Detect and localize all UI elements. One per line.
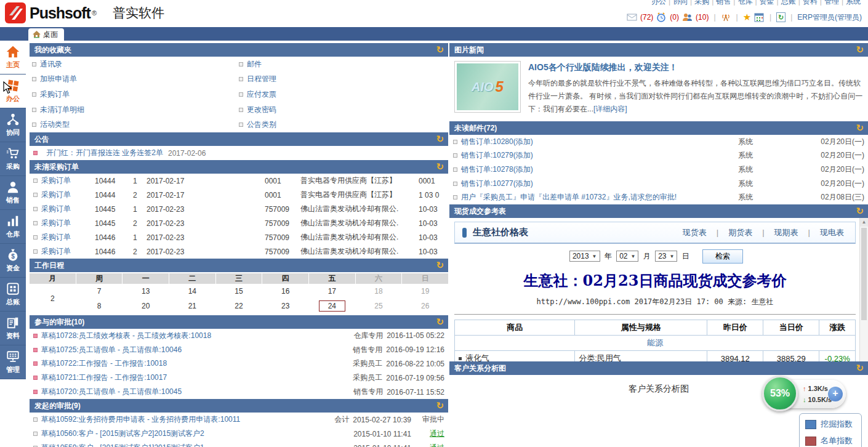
favorite-item[interactable]: 应付发票	[239, 89, 446, 100]
favorite-item[interactable]: 加班申请单	[32, 74, 239, 84]
refresh-icon[interactable]: ↻	[856, 121, 864, 135]
sidebar-item-ledger[interactable]: 总账	[0, 278, 26, 312]
top-nav-item[interactable]: 管理	[820, 0, 842, 7]
alarm-clock-icon[interactable]	[656, 12, 667, 22]
refresh-icon[interactable]: ↻	[436, 399, 444, 413]
mail-count[interactable]: (72)	[640, 13, 653, 22]
contacts-icon[interactable]	[682, 12, 693, 22]
scrollbar-thumb[interactable]	[861, 228, 867, 320]
refresh-icon[interactable]: ↻	[856, 204, 864, 218]
favorite-item[interactable]: 通讯录	[32, 59, 239, 70]
status-badge[interactable]: 通过	[417, 429, 444, 439]
scrollbar[interactable]: ▲	[859, 218, 868, 361]
calendar-week[interactable]: 8	[76, 299, 123, 313]
sidebar-item-purchase[interactable]: 采购	[0, 142, 26, 176]
price-widget-title[interactable]: 生意社价格表	[473, 227, 528, 238]
refresh-icon[interactable]: ↻	[436, 315, 444, 329]
table-row[interactable]: 采购订单 1044622017-02-23 757009佛山法雷奥发动机冷却有限…	[30, 244, 448, 259]
top-nav-item[interactable]: 系统	[842, 0, 863, 7]
calendar-day[interactable]: 26	[402, 299, 448, 313]
alarm-count[interactable]: (0)	[670, 13, 679, 22]
refresh-icon[interactable]: ↻	[436, 160, 444, 174]
scroll-up-icon[interactable]: ▲	[860, 218, 868, 227]
favorite-item[interactable]: 活动类型	[32, 119, 239, 130]
refresh-page-icon[interactable]: ↻	[776, 12, 786, 22]
top-nav-item[interactable]: 资金	[755, 0, 776, 7]
day-select[interactable]: 23▼	[655, 251, 677, 262]
calendar-day[interactable]: 17	[309, 284, 355, 299]
search-button[interactable]: 检索	[702, 249, 743, 264]
approval-row[interactable]: 草稿10725:员工请假单 - 员工请假单:10046 销售专用2016-09-…	[30, 343, 448, 357]
network-speed-widget[interactable]: 53% ↑ 1.3K/s ↓ 10.5K/s +	[768, 380, 846, 408]
refresh-icon[interactable]: ↻	[436, 43, 444, 57]
approval-row[interactable]: 草稿10721:工作报告 - 工作报告:10017 采购员工2016-07-19…	[30, 371, 448, 385]
tab-spot-futures-table[interactable]: 现期表	[757, 227, 803, 238]
news-headline[interactable]: AIO5各个行业版陆续推出，欢迎关注！	[528, 62, 863, 73]
refresh-icon[interactable]: ↻	[856, 361, 864, 375]
table-row[interactable]: 采购订单 1044612017-02-23 757009佛山法雷奥发动机冷却有限…	[30, 230, 448, 244]
top-nav-item[interactable]: 资料	[798, 0, 820, 7]
calendar-week[interactable]: 7	[76, 284, 123, 299]
contacts-count[interactable]: (10)	[696, 13, 709, 22]
price-table-row[interactable]: 液化气 分类:民用气 3894.12 3885.29 -0.23%	[455, 351, 856, 362]
approval-row[interactable]: 草稿10560:客户 - [2015测试客户2]2015测试客户2 2015-0…	[30, 427, 448, 441]
sidebar-item-warehouse[interactable]: 仓库	[0, 210, 26, 244]
mail-row[interactable]: 销售订单:10280(添加) 系统02月20日(一)	[449, 135, 868, 149]
tab-spot-table[interactable]: 现货表	[678, 227, 712, 238]
approval-row[interactable]: 草稿10728:员工绩效考核表 - 员工绩效考核表:10018 仓库专用2016…	[30, 329, 448, 343]
sidebar-item-home[interactable]: 主页	[0, 41, 26, 74]
favorite-item[interactable]: 更改密码	[239, 105, 446, 115]
broadcast-icon[interactable]	[721, 12, 731, 22]
mail-row[interactable]: 销售订单:10277(添加) 系统02月20日(一)	[449, 177, 868, 191]
announcement-row[interactable]: 开门红：开门喜报连连 业务连签2单 2017-02-06	[30, 146, 448, 160]
calendar-day[interactable]: 19	[402, 284, 448, 299]
favorite-item[interactable]: 公告类别	[239, 119, 446, 130]
top-nav-item[interactable]: 总账	[777, 0, 798, 7]
calendar-day[interactable]: 13	[123, 284, 169, 299]
top-nav-item[interactable]: 办公	[649, 0, 669, 7]
table-row[interactable]: 采购订单 1044422017-02-17 0001普实电器专用供应商【江苏】1…	[30, 188, 448, 202]
calendar-day[interactable]: 15	[216, 284, 262, 299]
refresh-icon[interactable]: ↻	[436, 132, 444, 146]
favorites-star-icon[interactable]: ★	[743, 12, 751, 23]
current-user[interactable]: ERP管理员(管理员)	[797, 12, 862, 23]
favorite-item[interactable]: 日程管理	[239, 74, 446, 84]
top-nav-item[interactable]: 采购	[690, 0, 712, 7]
approval-row[interactable]: 草稿10722:工作报告 - 工作报告:10018 采购员工2016-08-22…	[30, 357, 448, 371]
sidebar-item-funds[interactable]: $ 资金	[0, 244, 26, 278]
favorite-item[interactable]: 采购订单	[32, 89, 239, 100]
top-nav-item[interactable]: 销售	[712, 0, 733, 7]
tab-futures-table[interactable]: 期货表	[712, 227, 757, 238]
calendar-day[interactable]: 25	[356, 299, 402, 313]
table-row[interactable]: 采购订单 1044522017-02-23 757009佛山法雷奥发动机冷却有限…	[30, 216, 448, 230]
tab-spot-elec-table[interactable]: 现电表	[803, 227, 849, 238]
sidebar-item-documents[interactable]: 资料	[0, 312, 26, 345]
favorite-item[interactable]: 未清订单明细	[32, 105, 239, 115]
calendar-icon[interactable]	[754, 12, 765, 22]
top-nav-item[interactable]: 仓库	[733, 0, 755, 7]
sidebar-item-admin[interactable]: 管理	[0, 345, 26, 379]
status-badge[interactable]: 通过	[417, 443, 444, 447]
tab-desktop[interactable]: 桌面	[28, 28, 64, 41]
refresh-icon[interactable]: ↻	[436, 259, 444, 272]
news-more-link[interactable]: [详细内容]	[593, 105, 627, 113]
calendar-day[interactable]: 18	[356, 284, 402, 299]
approval-row[interactable]: 草稿10592:业务招待费用申请表 - 业务招待费用申请表:10011 会计20…	[30, 413, 448, 427]
calendar-day[interactable]: 16	[262, 284, 308, 299]
month-select[interactable]: 02▼	[616, 251, 638, 262]
calendar-day[interactable]: 21	[169, 299, 215, 313]
calendar-day[interactable]: 23	[262, 299, 308, 313]
calendar-day-selected[interactable]: 24	[309, 299, 355, 313]
mail-row[interactable]: 销售订单:10278(添加) 系统02月20日(一)	[449, 163, 868, 177]
year-select[interactable]: 2013▼	[569, 251, 600, 262]
calendar-day[interactable]: 20	[123, 299, 169, 313]
news-thumbnail[interactable]: AIO5	[454, 61, 521, 113]
add-button[interactable]: +	[828, 387, 843, 401]
sidebar-item-sales[interactable]: 销售	[0, 176, 26, 210]
calendar-day[interactable]: 14	[169, 284, 215, 299]
favorite-item[interactable]: 邮件	[239, 59, 446, 70]
table-row[interactable]: 采购订单 1044412017-02-17 0001普实电器专用供应商【江苏】0…	[30, 174, 448, 188]
approval-row[interactable]: 草稿10720:员工请假单 - 员工请假单:10045 销售专用2016-07-…	[30, 385, 448, 399]
approval-row[interactable]: 草稿10559:客户 - [2015测试客户1]2015测试客户1 2015-0…	[30, 441, 448, 447]
mail-row[interactable]: 用户『采购员工』申请『出差申请单 #10732』业务,请求您的审批! 系统02月…	[449, 190, 868, 204]
